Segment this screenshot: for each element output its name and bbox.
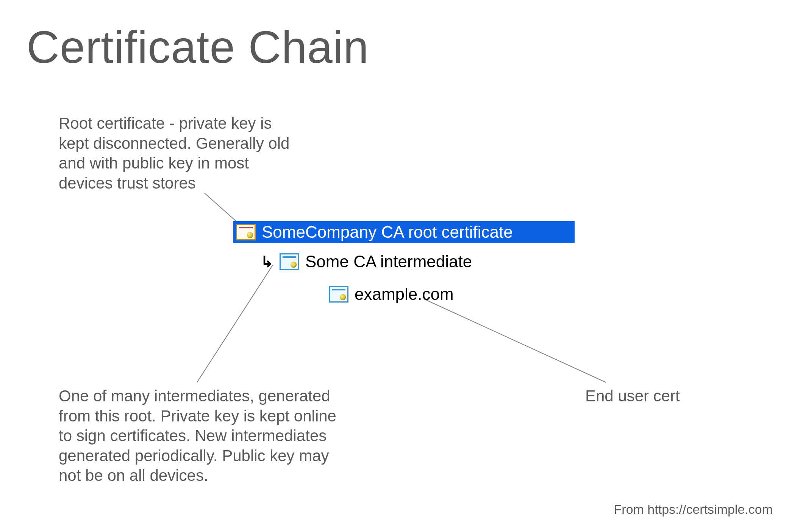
cert-label-leaf: example.com bbox=[355, 285, 454, 304]
slide: Certificate Chain Root certificate - pri… bbox=[0, 0, 803, 532]
child-arrow-icon: ↳ bbox=[261, 254, 273, 269]
cert-row-intermediate: ↳ Some CA intermediate bbox=[258, 251, 481, 273]
cert-row-leaf: example.com bbox=[326, 283, 463, 305]
slide-title: Certificate Chain bbox=[27, 21, 369, 73]
certificate-icon bbox=[329, 286, 348, 303]
annotation-root: Root certificate - private key is kept d… bbox=[59, 114, 294, 193]
svg-line-1 bbox=[197, 265, 273, 382]
cert-row-root: SomeCompany CA root certificate bbox=[233, 221, 575, 243]
certificate-icon bbox=[236, 224, 256, 240]
annotation-intermediate: One of many intermediates, generated fro… bbox=[59, 386, 339, 486]
attribution: From https://certsimple.com bbox=[614, 502, 773, 517]
svg-line-2 bbox=[424, 299, 606, 382]
certificate-icon bbox=[280, 253, 299, 270]
annotation-end-user: End user cert bbox=[585, 386, 680, 406]
cert-label-root: SomeCompany CA root certificate bbox=[262, 223, 513, 242]
cert-label-intermediate: Some CA intermediate bbox=[305, 252, 472, 271]
